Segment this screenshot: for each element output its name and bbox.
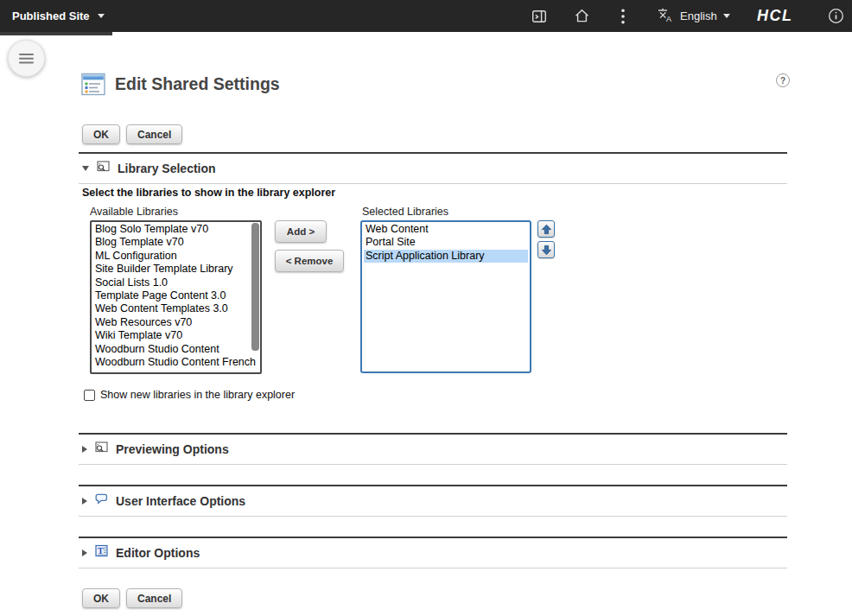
available-library-item[interactable]: Blog Template v70 xyxy=(93,236,258,249)
library-instruction: Select the libraries to show in the libr… xyxy=(82,187,335,199)
previewing-icon xyxy=(94,440,109,458)
selected-library-item[interactable]: Web Content xyxy=(364,223,528,236)
home-icon[interactable] xyxy=(571,0,592,32)
available-library-item[interactable]: Template Page Content 3.0 xyxy=(93,289,258,302)
section-header-user-interface-options[interactable]: User Interface Options xyxy=(79,486,787,516)
speech-bubble-icon xyxy=(94,492,109,510)
info-icon[interactable] xyxy=(826,0,845,32)
page-title: Edit Shared Settings xyxy=(115,73,280,96)
section-editor-options: T Editor Options xyxy=(79,537,787,568)
move-down-button[interactable] xyxy=(537,241,555,258)
available-library-item[interactable]: Web Content Templates 3.0 xyxy=(93,302,258,315)
help-button[interactable]: ? xyxy=(776,73,790,87)
hcl-logo: HCL xyxy=(757,0,793,32)
chevron-down-icon xyxy=(723,14,730,18)
section-library-selection: Library Selection xyxy=(79,152,787,184)
move-up-button[interactable] xyxy=(537,220,555,238)
more-options-kebab-icon[interactable] xyxy=(615,0,631,32)
collapse-triangle-icon xyxy=(82,166,89,171)
library-preview-icon xyxy=(96,159,111,177)
expand-triangle-icon xyxy=(82,498,87,505)
cancel-button-top[interactable]: Cancel xyxy=(126,124,182,144)
site-selector-label: Published Site xyxy=(12,10,90,22)
section-title: Previewing Options xyxy=(116,442,229,456)
text-editor-icon: T xyxy=(94,543,109,562)
section-previewing-options: Previewing Options xyxy=(79,433,787,465)
selected-library-item[interactable]: Script Application Library xyxy=(364,250,528,263)
section-header-editor-options[interactable]: T Editor Options xyxy=(79,538,787,568)
edit-shared-settings-page: Published Site xyxy=(0,0,852,616)
section-header-library-selection[interactable]: Library Selection xyxy=(79,154,787,183)
checkbox-label: Show new libraries in the library explor… xyxy=(100,389,295,401)
selected-libraries-listbox[interactable]: Web ContentPortal SiteScript Application… xyxy=(360,220,531,373)
arrow-down-icon xyxy=(541,244,552,256)
chevron-down-icon xyxy=(98,14,105,18)
language-dropdown[interactable]: A English xyxy=(657,0,730,32)
available-library-item[interactable]: Woodburn Studio Content French xyxy=(93,356,258,369)
available-library-item[interactable]: Blog Solo Template v70 xyxy=(93,223,258,236)
available-libraries-label: Available Libraries xyxy=(90,206,178,218)
section-title: User Interface Options xyxy=(116,494,245,508)
section-user-interface-options: User Interface Options xyxy=(79,485,787,517)
section-title: Library Selection xyxy=(118,162,216,175)
expand-triangle-icon xyxy=(82,549,87,556)
cancel-button-bottom[interactable]: Cancel xyxy=(126,588,182,608)
available-library-item[interactable]: Social Lists 1.0 xyxy=(93,276,258,289)
remove-button[interactable]: < Remove xyxy=(275,250,344,272)
available-library-item[interactable]: Wiki Template v70 xyxy=(93,329,258,342)
hamburger-menu-button[interactable] xyxy=(8,40,45,77)
selected-library-item[interactable]: Portal Site xyxy=(364,236,528,249)
svg-text:T: T xyxy=(98,546,104,556)
add-button[interactable]: Add > xyxy=(275,220,327,243)
hamburger-icon xyxy=(19,54,34,64)
available-libraries-listbox[interactable]: Blog Solo Template v70Blog Template v70M… xyxy=(90,220,262,374)
arrow-up-icon xyxy=(541,224,552,235)
site-selector-dropdown[interactable]: Published Site xyxy=(12,0,105,32)
show-new-libraries-row: Show new libraries in the library explor… xyxy=(84,389,295,401)
selected-libraries-label: Selected Libraries xyxy=(362,206,448,218)
ok-button-top[interactable]: OK xyxy=(82,124,120,144)
top-bar: Published Site xyxy=(0,0,852,32)
available-library-item[interactable]: Web Resources v70 xyxy=(93,316,258,329)
section-title: Editor Options xyxy=(116,546,200,560)
language-label: English xyxy=(680,10,717,22)
available-library-item[interactable]: ML Configuration xyxy=(93,250,258,263)
show-new-libraries-checkbox[interactable] xyxy=(84,390,95,401)
translate-icon: A xyxy=(657,7,674,25)
svg-text:A: A xyxy=(666,15,671,23)
available-library-item[interactable]: Site Builder Template Library xyxy=(93,263,258,276)
listbox-scrollbar[interactable] xyxy=(251,223,259,351)
expand-triangle-icon xyxy=(82,446,87,453)
toolbox-panel-icon[interactable] xyxy=(529,0,550,32)
ok-button-bottom[interactable]: OK xyxy=(82,588,120,608)
shared-settings-icon xyxy=(81,73,105,99)
available-library-item[interactable]: Woodburn Studio Content xyxy=(93,343,258,356)
panel-edge xyxy=(0,32,112,35)
section-header-previewing-options[interactable]: Previewing Options xyxy=(79,435,787,464)
